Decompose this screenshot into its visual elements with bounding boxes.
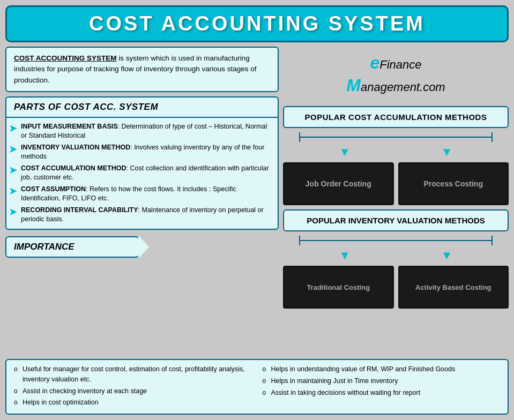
popular-cost-box: POPULAR COST ACCUMULATION METHODS <box>283 106 509 128</box>
connector-line-4 <box>491 236 493 245</box>
list-item: ➤ COST ASSUMPTION: Refers to how the cos… <box>9 185 273 204</box>
arrow-icon-5: ➤ <box>9 206 18 217</box>
parts-item-2: INVENTORY VALUATION METHOD: Involves val… <box>21 143 273 162</box>
method-box-1-label: Job Order Costing <box>303 177 374 190</box>
method-box-2-label: Process Costing <box>422 177 485 190</box>
importance-left-item-2: Assist in checking inventory at each sta… <box>14 386 252 396</box>
parts-item-4: COST ASSUMPTION: Refers to how the cost … <box>21 185 273 204</box>
popular-inventory-box: POPULAR INVENTORY VALUATION METHODS <box>283 209 509 231</box>
brand-e: e <box>370 53 379 72</box>
importance-right-col: Helps in understanding value of RM, WIP … <box>263 364 501 409</box>
parts-item-1: INPUT MEASUREMENT BASIS: Determination o… <box>21 122 273 141</box>
definition-box: COST ACCOUNTING SYSTEM is system which i… <box>5 47 279 92</box>
list-item: ➤ RECORDING INTERVAL CAPABILITY: Mainten… <box>9 206 273 224</box>
connector-h-2 <box>300 240 491 241</box>
parts-header: PARTS OF COST ACC. SYSTEM <box>5 96 279 118</box>
brand-m: M <box>346 76 361 95</box>
valuation-box-1-label: Traditional Costing <box>304 281 372 294</box>
valuation-row: Traditional Costing Activity Based Costi… <box>283 266 509 309</box>
importance-left-item-3: Helps in cost optimization <box>14 398 252 408</box>
importance-right-item-1: Helps in understanding value of RM, WIP … <box>263 364 501 374</box>
importance-header: IMPORTANCE <box>5 236 139 258</box>
list-item: ➤ INVENTORY VALUATION METHOD: Involves v… <box>9 143 273 162</box>
job-order-costing-box: Job Order Costing <box>283 162 394 205</box>
brand-line1: eFinance <box>346 52 445 74</box>
arrow-icon-4: ➤ <box>9 185 18 196</box>
brand-box: eFinance Management.com <box>283 47 509 102</box>
parts-label-4: COST ASSUMPTION <box>21 185 86 193</box>
brand-line2: Management.com <box>346 74 445 97</box>
activity-based-costing-box: Activity Based Costing <box>398 266 509 309</box>
list-item: ➤ INPUT MEASUREMENT BASIS: Determination… <box>9 122 273 141</box>
arrow-icon-2: ➤ <box>9 144 18 154</box>
right-col: eFinance Management.com POPULAR COST ACC… <box>283 47 509 355</box>
arrow-down-2: ▼ <box>441 146 453 158</box>
brand-finance: Finance <box>379 58 421 71</box>
parts-item-5: RECORDING INTERVAL CAPABILITY: Maintenan… <box>21 206 273 224</box>
definition-term: COST ACCOUNTING SYSTEM <box>14 54 117 62</box>
content-row: COST ACCOUNTING SYSTEM is system which i… <box>5 47 509 355</box>
importance-left-col: Useful for manager for cost control, est… <box>14 364 252 409</box>
importance-left-item-1: Useful for manager for cost control, est… <box>14 364 252 385</box>
parts-label-2: INVENTORY VALUATION METHOD <box>21 144 130 151</box>
importance-left-list: Useful for manager for cost control, est… <box>14 364 252 408</box>
main-container: COST ACCOUNTING SYSTEM COST ACCOUNTING S… <box>0 0 514 420</box>
parts-label-5: RECORDING INTERVAL CAPABILITY <box>21 206 138 214</box>
arrow-icon-3: ➤ <box>9 164 18 175</box>
importance-right-list: Helps in understanding value of RM, WIP … <box>263 364 501 398</box>
connector-h <box>300 137 491 138</box>
parts-label-1: INPUT MEASUREMENT BASIS <box>21 123 118 130</box>
title-bar: COST ACCOUNTING SYSTEM <box>5 5 509 42</box>
importance-right-item-3: Assist in taking decisions without waiti… <box>263 388 501 398</box>
importance-right-item-2: Helps in maintaining Just in Time invent… <box>263 376 501 386</box>
brand-management: anagement.com <box>361 80 445 94</box>
arrow-icon-1: ➤ <box>9 123 18 133</box>
brand-text: eFinance Management.com <box>346 52 445 96</box>
traditional-costing-box: Traditional Costing <box>283 266 394 309</box>
parts-item-3: COST ACCUMULATION METHOD: Cost collectio… <box>21 164 273 183</box>
arrow-down-4: ▼ <box>441 250 453 261</box>
main-title: COST ACCOUNTING SYSTEM <box>7 12 507 35</box>
connector-line-2 <box>491 132 493 142</box>
arrow-down-3: ▼ <box>339 250 351 261</box>
valuation-box-2-label: Activity Based Costing <box>413 281 494 294</box>
methods-row: Job Order Costing Process Costing <box>283 162 509 205</box>
bottom-content: Useful for manager for cost control, est… <box>5 359 509 415</box>
arrow-down-1: ▼ <box>339 146 351 158</box>
parts-label-3: COST ACCUMULATION METHOD <box>21 164 126 172</box>
left-col: COST ACCOUNTING SYSTEM is system which i… <box>5 47 279 355</box>
process-costing-box: Process Costing <box>398 162 509 205</box>
list-item: ➤ COST ACCUMULATION METHOD: Cost collect… <box>9 164 273 183</box>
parts-list: ➤ INPUT MEASUREMENT BASIS: Determination… <box>5 118 279 230</box>
parts-section: PARTS OF COST ACC. SYSTEM ➤ INPUT MEASUR… <box>5 96 279 230</box>
